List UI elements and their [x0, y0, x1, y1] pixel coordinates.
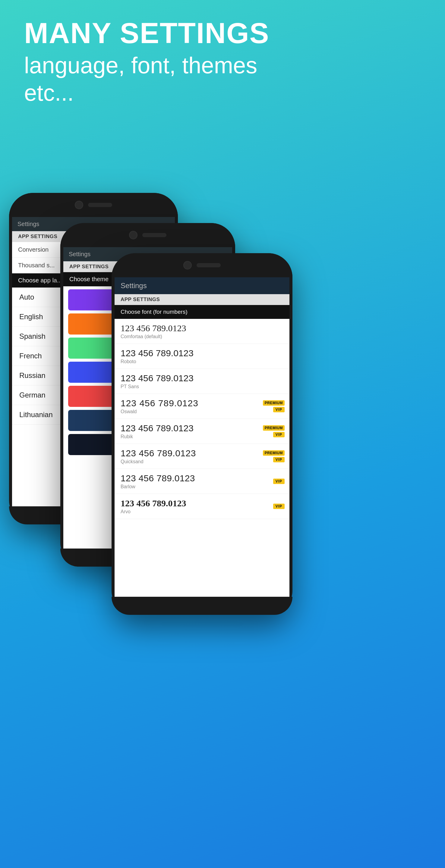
font-barlow-label: Barlow — [121, 484, 284, 490]
font-roboto[interactable]: 123 456 789.0123 Roboto — [115, 344, 290, 369]
badge-vip-barlow: VIP — [273, 478, 285, 484]
font-roboto-number: 123 456 789.0123 — [121, 348, 284, 358]
font-oswald[interactable]: 123 456 789.0123 Oswald PREMIUM VIP — [115, 394, 290, 419]
font-roboto-label: Roboto — [121, 359, 284, 364]
font-oswald-badges: PREMIUM VIP — [263, 400, 285, 412]
font-ptsans-number: 123 456 789.0123 — [121, 373, 284, 383]
font-quicksand[interactable]: 123 456 789.0123 Quicksand PREMIUM VIP — [115, 444, 290, 469]
font-rubik-label: Rubik — [121, 434, 284, 439]
font-rubik-badges: PREMIUM VIP — [263, 425, 285, 437]
font-oswald-number: 123 456 789.0123 — [121, 398, 284, 408]
badge-vip-oswald: VIP — [273, 407, 285, 412]
font-oswald-label: Oswald — [121, 409, 284, 414]
font-barlow-badges: VIP — [273, 478, 285, 484]
phone-3-speaker — [197, 263, 221, 267]
badge-premium-oswald: PREMIUM — [263, 400, 285, 406]
phone-3-camera — [183, 261, 192, 270]
p3-choose-font: Choose font (for numbers) — [115, 305, 290, 319]
font-comfortaa[interactable]: 123 456 789.0123 Comfortaa (default) — [115, 319, 290, 344]
hero-title: MANY SETTINGS — [24, 18, 270, 49]
font-barlow[interactable]: 123 456 789.0123 Barlow VIP — [115, 469, 290, 494]
font-quicksand-label: Quicksand — [121, 459, 284, 464]
phone-2-camera — [129, 231, 138, 239]
font-comfortaa-number: 123 456 789.0123 — [121, 323, 284, 333]
phone-3: Settings APP SETTINGS Choose font (for n… — [112, 253, 292, 615]
font-quicksand-badges: PREMIUM VIP — [263, 450, 285, 462]
phone-1-speaker — [88, 203, 112, 207]
p3-app-settings: APP SETTINGS — [115, 294, 290, 305]
font-arvo-badges: VIP — [273, 504, 285, 509]
p3-settings-header: Settings — [115, 277, 290, 294]
font-rubik-number: 123 456 789.0123 — [121, 423, 284, 433]
font-arvo[interactable]: 123 456 789.0123 Arvo VIP — [115, 494, 290, 519]
hero-section: MANY SETTINGS language, font, themesetc.… — [24, 18, 270, 106]
font-ptsans-label: PT Sans — [121, 384, 284, 390]
font-ptsans[interactable]: 123 456 789.0123 PT Sans — [115, 369, 290, 394]
badge-vip-quicksand: VIP — [273, 457, 285, 462]
phone-3-notch — [112, 253, 292, 277]
phone-1-camera — [75, 201, 83, 209]
font-arvo-number: 123 456 789.0123 — [121, 498, 284, 508]
phone-2-notch — [60, 223, 235, 247]
phone-1-notch — [9, 193, 178, 217]
phones-container: Settings APP SETTINGS Conversion Thousan… — [0, 181, 445, 844]
font-arvo-label: Arvo — [121, 509, 284, 515]
phone-3-bottom — [112, 597, 292, 615]
font-rubik[interactable]: 123 456 789.0123 Rubik PREMIUM VIP — [115, 419, 290, 444]
font-barlow-number: 123 456 789.0123 — [121, 473, 284, 484]
badge-premium-rubik: PREMIUM — [263, 425, 285, 431]
badge-premium-quicksand: PREMIUM — [263, 450, 285, 456]
font-comfortaa-label: Comfortaa (default) — [121, 334, 284, 339]
phone-3-screen: Settings APP SETTINGS Choose font (for n… — [115, 277, 290, 597]
font-quicksand-number: 123 456 789.0123 — [121, 448, 284, 458]
hero-subtitle: language, font, themesetc... — [24, 52, 270, 106]
badge-vip-arvo: VIP — [273, 504, 285, 509]
badge-vip-rubik: VIP — [273, 432, 285, 437]
phone-2-speaker — [142, 233, 167, 237]
